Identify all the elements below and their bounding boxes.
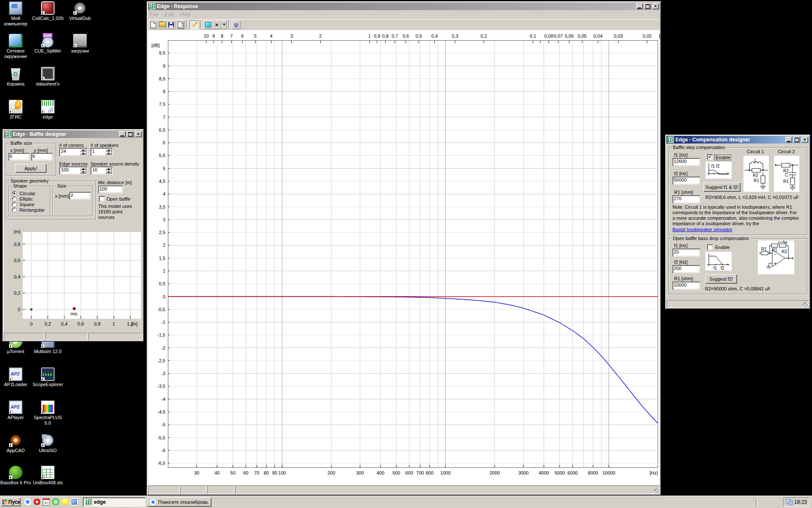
quicklaunch-icq-icon[interactable] bbox=[61, 498, 69, 505]
size-label: Size bbox=[56, 183, 67, 188]
desktop-icon-UltraISO[interactable]: UltraISO bbox=[32, 433, 64, 453]
delete-dropdown-button[interactable] bbox=[221, 20, 227, 29]
clock[interactable]: 18:23 bbox=[794, 499, 807, 505]
desktop-icon-Сетевое окружение[interactable]: Сетевоеокружение bbox=[0, 34, 32, 59]
shape-radio-Circular[interactable] bbox=[12, 191, 17, 196]
spin-down[interactable] bbox=[105, 152, 112, 155]
svg-text:−: − bbox=[774, 252, 776, 257]
desktop-icon-SpectraPLUS 5.0[interactable]: SpectraPLUS5.0 bbox=[32, 400, 64, 426]
task-button-browser[interactable]: Помогите откалиброва... bbox=[147, 497, 211, 507]
g2-f2-field[interactable]: 200 bbox=[672, 265, 700, 273]
mic-distance-field[interactable]: 100 bbox=[98, 185, 123, 193]
desktop-icon-APlayer[interactable]: APlayer bbox=[0, 400, 32, 420]
resize-grip[interactable] bbox=[803, 302, 809, 307]
open-baffle-checkbox[interactable] bbox=[99, 196, 104, 202]
close-button[interactable]: × bbox=[135, 131, 142, 137]
spin-down[interactable] bbox=[80, 171, 86, 174]
spin-up[interactable] bbox=[80, 167, 86, 170]
comp-titlebar[interactable]: Edge - Compensation designer × bbox=[667, 136, 809, 144]
g1-enable-checkbox[interactable]: ✓ bbox=[707, 154, 713, 160]
desktop-icon-2ГИС[interactable]: 2ГИС bbox=[0, 100, 32, 120]
network-tray-icon[interactable] bbox=[786, 499, 793, 505]
desktop-icon-CUE_Splitter[interactable]: CUE_Splitter bbox=[32, 34, 64, 54]
save-button[interactable] bbox=[167, 20, 176, 29]
spin-up[interactable] bbox=[105, 149, 112, 152]
desktop-icon-AP2Loader[interactable]: AP2Loader bbox=[0, 367, 32, 387]
spin-down[interactable] bbox=[105, 171, 112, 174]
close-button[interactable]: × bbox=[801, 137, 808, 143]
minimize-button[interactable] bbox=[119, 131, 126, 137]
x-axis-tick-label: 700 bbox=[416, 470, 424, 475]
desktop-icon-Мой компьютер[interactable]: Мойкомпьютер bbox=[0, 1, 32, 27]
spin-up[interactable] bbox=[105, 167, 112, 170]
shape-radio-Rectangular[interactable] bbox=[12, 207, 17, 213]
phase-button[interactable]: φ bbox=[232, 20, 241, 29]
edge-sources-spinner[interactable]: 100 bbox=[59, 166, 87, 174]
menu-file[interactable]: File bbox=[150, 12, 158, 18]
corners-spinner[interactable]: 24 bbox=[59, 148, 87, 156]
quicklaunch-calendar-icon[interactable] bbox=[43, 498, 50, 505]
quicklaunch-opera-icon[interactable] bbox=[33, 498, 41, 505]
open-button[interactable] bbox=[158, 20, 167, 29]
x-mm-field[interactable]: 6 bbox=[8, 153, 30, 160]
shape-radio-Square[interactable] bbox=[12, 202, 17, 207]
task-button-edge[interactable]: edge bbox=[83, 497, 145, 507]
menu-help[interactable]: Help bbox=[181, 12, 191, 18]
spin-down[interactable] bbox=[80, 152, 86, 155]
g2-r1-field[interactable]: 10000 bbox=[672, 282, 700, 290]
quicklaunch-at-icon[interactable]: @ bbox=[52, 498, 59, 505]
menu-edit[interactable]: Edit bbox=[165, 12, 174, 18]
desktop-icon-AppCAD[interactable]: AppCAD bbox=[0, 433, 32, 453]
erase-button[interactable] bbox=[203, 20, 212, 29]
response-chart-area[interactable]: [dB] Compensation Current system Edge 10… bbox=[148, 30, 660, 485]
desktop-icon-CoilCalc_1.02b[interactable]: CoilCalc_1.02b bbox=[32, 1, 64, 21]
basta-link[interactable]: Basta! loudspeaker simulator bbox=[672, 227, 732, 232]
spin-up[interactable] bbox=[80, 149, 86, 152]
desktop-icon-ScopeExplorer[interactable]: ScopeExplorer bbox=[32, 367, 64, 387]
minimize-button[interactable] bbox=[785, 137, 792, 143]
desktop-icon-edge[interactable]: edge bbox=[32, 100, 64, 120]
new-button[interactable] bbox=[149, 20, 158, 29]
maximize-button[interactable] bbox=[644, 3, 651, 9]
g1-f1-field[interactable]: 12600 bbox=[672, 158, 700, 166]
g1-suggest-button[interactable]: Suggest f1 & f2! bbox=[703, 182, 741, 192]
response-titlebar[interactable]: Edge - Response × bbox=[148, 3, 660, 10]
close-button[interactable]: × bbox=[652, 3, 659, 9]
resize-grip[interactable] bbox=[654, 488, 659, 494]
shape-radio-Elliptic[interactable] bbox=[12, 196, 17, 202]
y-mm-field[interactable]: 6 bbox=[31, 153, 52, 160]
circuit1-label: Circuit 1 bbox=[747, 149, 764, 154]
speakers-spinner[interactable]: 1 bbox=[91, 148, 112, 156]
window-response: Edge - Response × File Edit Help × φ [dB… bbox=[147, 1, 661, 495]
g1-f2-field[interactable]: 55000 bbox=[672, 177, 700, 185]
desktop-icon-VirtualDub[interactable]: VirtualDub bbox=[64, 1, 96, 21]
baffle-plot[interactable]: 00,20,40,60,811,20,80,60,40,20[m][m]mic bbox=[4, 223, 142, 330]
g2-suggest-button[interactable]: Suggest f2! bbox=[705, 274, 737, 284]
g2-enable-checkbox[interactable] bbox=[707, 244, 713, 250]
desktop-icon-BassBox 6 Pro[interactable]: BassBox 6 Pro bbox=[0, 466, 32, 486]
quicklaunch-chrome-icon[interactable] bbox=[24, 498, 31, 505]
draw-mode-button[interactable] bbox=[189, 20, 198, 29]
maximize-button[interactable] bbox=[127, 131, 134, 137]
x-axis-tick-label: 1000 bbox=[440, 470, 450, 475]
g2-f1-field[interactable]: 20 bbox=[672, 248, 700, 257]
apply-button[interactable]: Apply! bbox=[15, 164, 47, 173]
g1-r1-field[interactable]: 270 bbox=[672, 195, 700, 203]
desktop-icon-загрузки[interactable]: загрузки bbox=[64, 34, 96, 54]
copy-button[interactable] bbox=[176, 20, 184, 29]
minimize-button[interactable] bbox=[636, 3, 643, 9]
desktop-icon-Корзина[interactable]: Корзина bbox=[0, 67, 32, 87]
response-plot[interactable] bbox=[168, 40, 658, 468]
start-button[interactable]: Пуск bbox=[1, 497, 21, 506]
y-axis-tick-label: 9,5 bbox=[151, 50, 165, 55]
y-axis-tick-label: -6,5 bbox=[151, 461, 165, 466]
maximize-button[interactable] bbox=[793, 137, 800, 143]
baffle-titlebar[interactable]: Edge - Baffle designer × bbox=[4, 130, 143, 138]
quicklaunch-show-desktop-icon[interactable] bbox=[71, 498, 78, 505]
delete-curve-button[interactable]: × bbox=[212, 20, 221, 29]
size-x-field[interactable]: 2 bbox=[69, 192, 91, 199]
desktop-icon-UniBox408.xls[interactable]: UniBox408.xls bbox=[32, 466, 64, 486]
shortcut-arrow-icon bbox=[41, 344, 45, 348]
desktop-icon-datasheet's[interactable]: datasheet's bbox=[32, 67, 64, 87]
density-spinner[interactable]: 16 bbox=[91, 166, 112, 174]
